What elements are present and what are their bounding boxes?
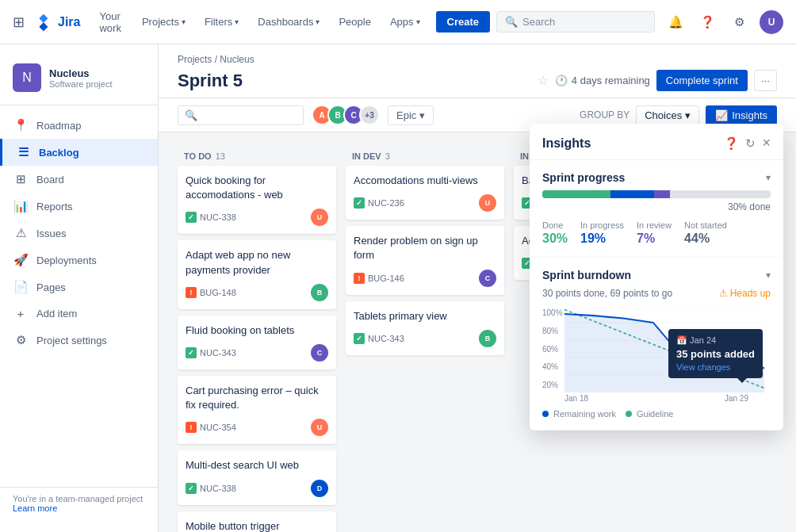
star-icon[interactable]: ☆ <box>538 73 549 88</box>
more-options-button[interactable]: ··· <box>754 70 777 91</box>
progress-chevron[interactable]: ▾ <box>766 172 771 183</box>
table-row[interactable]: Fluid booking on tablets ✓ NUC-343 C <box>178 316 336 369</box>
table-row[interactable]: Adapt web app no new payments provider !… <box>178 240 336 308</box>
logo[interactable]: Jira <box>34 13 80 32</box>
sidebar-footer: You're in a team-managed project Learn m… <box>0 487 158 519</box>
settings-button[interactable]: ⚙ <box>728 11 750 33</box>
board-search[interactable]: 🔍 <box>178 105 304 125</box>
y-40: 40% <box>542 362 563 371</box>
card-title: Accomodations multi-views <box>354 174 496 188</box>
insights-label: Insights <box>732 109 767 121</box>
add-item-label: Add item <box>36 308 77 320</box>
not-started-value: 44% <box>684 232 727 246</box>
breadcrumb: Projects / Nucleus <box>178 54 777 65</box>
notifications-button[interactable]: 🔔 <box>664 11 687 33</box>
nav-people[interactable]: People <box>332 13 377 31</box>
indev-cards: Accomodations multi-views ✓ NUC-236 U Re… <box>346 166 504 355</box>
epic-label: Epic <box>396 109 416 121</box>
table-row[interactable]: Mobile button trigger improvment i NUC-3… <box>178 511 336 533</box>
stat-in-review: In review 7% <box>637 220 672 246</box>
close-icon[interactable]: × <box>762 135 771 151</box>
legend-remaining: Remaining work <box>542 409 616 419</box>
todo-count: 13 <box>216 151 225 161</box>
tag-icon: ! <box>186 287 197 298</box>
table-row[interactable]: Cart purchasing error – quick fix requir… <box>178 376 336 444</box>
nav-your-work[interactable]: Your work <box>93 7 128 37</box>
sidebar-item-board[interactable]: ⊞ Board <box>0 166 158 193</box>
choices-chevron: ▾ <box>685 109 691 121</box>
logo-text: Jira <box>58 15 80 29</box>
refresh-icon[interactable]: ↻ <box>745 136 756 151</box>
card-footer: ✓ NUC-338 U <box>186 209 328 226</box>
nav-dashboards[interactable]: Dashboards ▾ <box>251 13 326 31</box>
sidebar-learn-more[interactable]: Learn more <box>13 503 57 513</box>
table-row[interactable]: Multi-dest search UI web ✓ NUC-338 D <box>178 450 336 504</box>
card-avatar: D <box>311 480 328 497</box>
timer-icon: 🕐 <box>555 75 568 86</box>
sidebar-item-pages[interactable]: 📄 Pages <box>0 274 158 300</box>
nav-filters[interactable]: Filters ▾ <box>198 13 245 31</box>
calendar-icon: 📅 <box>676 335 687 345</box>
epic-button[interactable]: Epic ▾ <box>388 105 434 125</box>
settings-icon: ⚙ <box>13 333 29 347</box>
y-20: 20% <box>542 381 563 389</box>
complete-sprint-button[interactable]: Complete sprint <box>656 70 748 91</box>
user-avatar[interactable]: U <box>760 10 783 34</box>
sidebar-item-issues[interactable]: ⚠ Issues <box>0 220 158 247</box>
search-icon: 🔍 <box>185 109 197 121</box>
nav-projects[interactable]: Projects ▾ <box>136 13 192 31</box>
card-avatar: B <box>479 330 496 347</box>
in-review-label: In review <box>637 220 672 230</box>
tooltip-link[interactable]: View changes <box>676 362 755 372</box>
add-icon: + <box>13 307 29 320</box>
heads-up-label: ⚠ Heads up <box>719 288 771 299</box>
insights-panel-title: Insights <box>542 136 591 151</box>
project-settings-label: Project settings <box>36 335 107 346</box>
sidebar-item-project-settings[interactable]: ⚙ Project settings <box>0 327 158 354</box>
in-progress-value: 19% <box>580 232 624 246</box>
indev-title: IN DEV <box>352 151 381 161</box>
table-row[interactable]: Quick booking for accomodations - web ✓ … <box>178 166 336 234</box>
burndown-chevron[interactable]: ▾ <box>766 270 771 281</box>
sidebar-item-backlog[interactable]: ☰ Backlog <box>0 139 158 166</box>
table-row[interactable]: Tablets primary view ✓ NUC-343 B <box>346 301 504 355</box>
choices-button[interactable]: Choices ▾ <box>636 105 699 125</box>
warning-icon: ⚠ <box>719 288 728 299</box>
sidebar-item-add-item[interactable]: + Add item <box>0 300 158 327</box>
board-title-actions: ☆ 🕐 4 days remaining Complete sprint ··· <box>538 70 777 91</box>
tooltip-arrow <box>737 378 747 383</box>
section-header: Sprint progress ▾ <box>542 171 771 184</box>
card-footer: ✓ NUC-343 B <box>354 330 496 347</box>
card-title: Adapt web app no new payments provider <box>186 248 328 277</box>
grid-icon[interactable]: ⊞ <box>13 13 25 31</box>
card-title: Mobile button trigger improvment <box>186 519 328 533</box>
avatar-more[interactable]: +3 <box>359 105 380 125</box>
in-progress-label: In progress <box>580 220 624 230</box>
card-footer: ✓ NUC-338 D <box>186 480 328 497</box>
card-tag: ! BUG-146 <box>354 273 404 284</box>
sidebar-item-reports[interactable]: 📊 Reports <box>0 193 158 220</box>
indev-column: IN DEV 3 Accomodations multi-views ✓ NUC… <box>346 145 504 519</box>
card-title: Quick booking for accomodations - web <box>186 174 328 202</box>
sprint-progress-title: Sprint progress <box>542 171 625 184</box>
card-title: Render problem on sign up form <box>354 234 496 262</box>
progress-badge: 30% done <box>542 201 771 212</box>
search-box[interactable]: 🔍 Search <box>496 11 655 33</box>
table-row[interactable]: Render problem on sign up form ! BUG-146… <box>346 226 504 294</box>
insights-button[interactable]: 📈 Insights <box>706 105 777 125</box>
pages-label: Pages <box>36 281 66 293</box>
card-tag: ✓ NUC-338 <box>186 483 236 494</box>
avatar-group: A B C +3 <box>312 105 380 125</box>
todo-header: TO DO 13 <box>178 145 336 166</box>
table-row[interactable]: Accomodations multi-views ✓ NUC-236 U <box>346 166 504 220</box>
help-icon[interactable]: ❓ <box>724 136 739 151</box>
help-button[interactable]: ❓ <box>696 11 718 33</box>
sidebar-item-deployments[interactable]: 🚀 Deployments <box>0 247 158 274</box>
toolbar-right: GROUP BY Choices ▾ 📈 Insights <box>580 105 777 125</box>
projects-chevron: ▾ <box>182 17 186 26</box>
project-icon: N <box>13 63 41 92</box>
create-button[interactable]: Create <box>436 11 490 33</box>
sidebar-item-roadmap[interactable]: 📍 Roadmap <box>0 112 158 139</box>
search-input[interactable] <box>201 109 297 121</box>
nav-apps[interactable]: Apps ▾ <box>384 13 427 31</box>
